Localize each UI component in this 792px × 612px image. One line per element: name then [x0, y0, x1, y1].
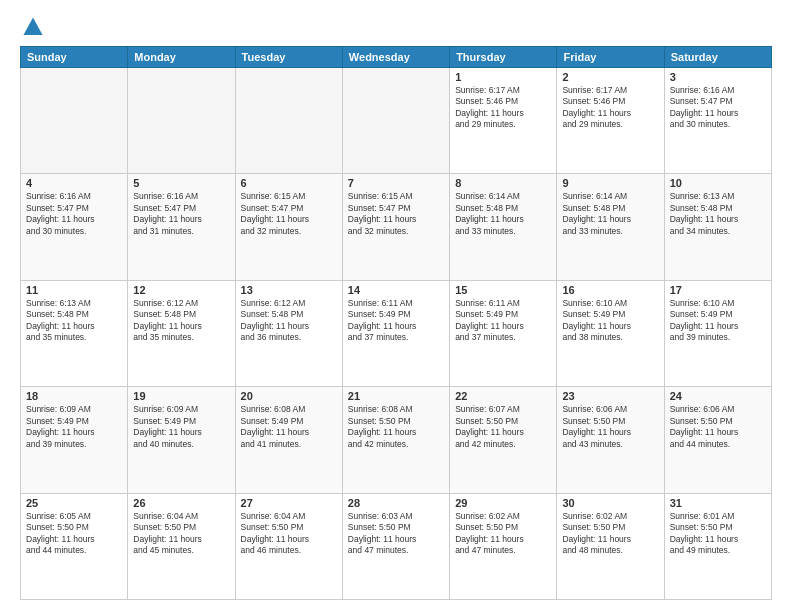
day-number: 28: [348, 497, 444, 509]
cell-info: Sunrise: 6:15 AM Sunset: 5:47 PM Dayligh…: [348, 191, 444, 237]
calendar-cell: [128, 68, 235, 174]
calendar-cell: 4Sunrise: 6:16 AM Sunset: 5:47 PM Daylig…: [21, 174, 128, 280]
day-number: 7: [348, 177, 444, 189]
day-number: 29: [455, 497, 551, 509]
day-number: 31: [670, 497, 766, 509]
calendar-cell: 21Sunrise: 6:08 AM Sunset: 5:50 PM Dayli…: [342, 387, 449, 493]
calendar-cell: 26Sunrise: 6:04 AM Sunset: 5:50 PM Dayli…: [128, 493, 235, 599]
cell-info: Sunrise: 6:17 AM Sunset: 5:46 PM Dayligh…: [455, 85, 551, 131]
calendar-header-wednesday: Wednesday: [342, 47, 449, 68]
calendar-cell: 6Sunrise: 6:15 AM Sunset: 5:47 PM Daylig…: [235, 174, 342, 280]
day-number: 11: [26, 284, 122, 296]
cell-info: Sunrise: 6:04 AM Sunset: 5:50 PM Dayligh…: [241, 511, 337, 557]
cell-info: Sunrise: 6:16 AM Sunset: 5:47 PM Dayligh…: [133, 191, 229, 237]
calendar-cell: 28Sunrise: 6:03 AM Sunset: 5:50 PM Dayli…: [342, 493, 449, 599]
day-number: 10: [670, 177, 766, 189]
logo: [20, 16, 44, 38]
page: SundayMondayTuesdayWednesdayThursdayFrid…: [0, 0, 792, 612]
cell-info: Sunrise: 6:16 AM Sunset: 5:47 PM Dayligh…: [26, 191, 122, 237]
day-number: 15: [455, 284, 551, 296]
calendar-cell: 29Sunrise: 6:02 AM Sunset: 5:50 PM Dayli…: [450, 493, 557, 599]
calendar-cell: 12Sunrise: 6:12 AM Sunset: 5:48 PM Dayli…: [128, 280, 235, 386]
calendar-cell: 19Sunrise: 6:09 AM Sunset: 5:49 PM Dayli…: [128, 387, 235, 493]
cell-info: Sunrise: 6:17 AM Sunset: 5:46 PM Dayligh…: [562, 85, 658, 131]
cell-info: Sunrise: 6:02 AM Sunset: 5:50 PM Dayligh…: [562, 511, 658, 557]
calendar-week-5: 25Sunrise: 6:05 AM Sunset: 5:50 PM Dayli…: [21, 493, 772, 599]
calendar-cell: 22Sunrise: 6:07 AM Sunset: 5:50 PM Dayli…: [450, 387, 557, 493]
cell-info: Sunrise: 6:08 AM Sunset: 5:50 PM Dayligh…: [348, 404, 444, 450]
calendar-cell: 16Sunrise: 6:10 AM Sunset: 5:49 PM Dayli…: [557, 280, 664, 386]
calendar-cell: 27Sunrise: 6:04 AM Sunset: 5:50 PM Dayli…: [235, 493, 342, 599]
cell-info: Sunrise: 6:14 AM Sunset: 5:48 PM Dayligh…: [562, 191, 658, 237]
day-number: 6: [241, 177, 337, 189]
day-number: 27: [241, 497, 337, 509]
day-number: 22: [455, 390, 551, 402]
day-number: 8: [455, 177, 551, 189]
logo-icon: [22, 16, 44, 38]
calendar-cell: [235, 68, 342, 174]
day-number: 4: [26, 177, 122, 189]
calendar-cell: 30Sunrise: 6:02 AM Sunset: 5:50 PM Dayli…: [557, 493, 664, 599]
cell-info: Sunrise: 6:16 AM Sunset: 5:47 PM Dayligh…: [670, 85, 766, 131]
calendar-header-friday: Friday: [557, 47, 664, 68]
day-number: 12: [133, 284, 229, 296]
calendar-cell: 31Sunrise: 6:01 AM Sunset: 5:50 PM Dayli…: [664, 493, 771, 599]
calendar-cell: 8Sunrise: 6:14 AM Sunset: 5:48 PM Daylig…: [450, 174, 557, 280]
cell-info: Sunrise: 6:13 AM Sunset: 5:48 PM Dayligh…: [670, 191, 766, 237]
day-number: 13: [241, 284, 337, 296]
calendar-header-saturday: Saturday: [664, 47, 771, 68]
cell-info: Sunrise: 6:11 AM Sunset: 5:49 PM Dayligh…: [348, 298, 444, 344]
calendar-cell: 9Sunrise: 6:14 AM Sunset: 5:48 PM Daylig…: [557, 174, 664, 280]
calendar-cell: 1Sunrise: 6:17 AM Sunset: 5:46 PM Daylig…: [450, 68, 557, 174]
day-number: 19: [133, 390, 229, 402]
calendar-table: SundayMondayTuesdayWednesdayThursdayFrid…: [20, 46, 772, 600]
cell-info: Sunrise: 6:13 AM Sunset: 5:48 PM Dayligh…: [26, 298, 122, 344]
day-number: 3: [670, 71, 766, 83]
day-number: 20: [241, 390, 337, 402]
cell-info: Sunrise: 6:07 AM Sunset: 5:50 PM Dayligh…: [455, 404, 551, 450]
cell-info: Sunrise: 6:09 AM Sunset: 5:49 PM Dayligh…: [133, 404, 229, 450]
day-number: 26: [133, 497, 229, 509]
calendar-header-row: SundayMondayTuesdayWednesdayThursdayFrid…: [21, 47, 772, 68]
cell-info: Sunrise: 6:12 AM Sunset: 5:48 PM Dayligh…: [133, 298, 229, 344]
day-number: 9: [562, 177, 658, 189]
calendar-cell: [342, 68, 449, 174]
day-number: 1: [455, 71, 551, 83]
calendar-week-3: 11Sunrise: 6:13 AM Sunset: 5:48 PM Dayli…: [21, 280, 772, 386]
cell-info: Sunrise: 6:09 AM Sunset: 5:49 PM Dayligh…: [26, 404, 122, 450]
calendar-week-1: 1Sunrise: 6:17 AM Sunset: 5:46 PM Daylig…: [21, 68, 772, 174]
calendar-cell: 20Sunrise: 6:08 AM Sunset: 5:49 PM Dayli…: [235, 387, 342, 493]
calendar-cell: 3Sunrise: 6:16 AM Sunset: 5:47 PM Daylig…: [664, 68, 771, 174]
cell-info: Sunrise: 6:11 AM Sunset: 5:49 PM Dayligh…: [455, 298, 551, 344]
cell-info: Sunrise: 6:10 AM Sunset: 5:49 PM Dayligh…: [670, 298, 766, 344]
day-number: 25: [26, 497, 122, 509]
cell-info: Sunrise: 6:03 AM Sunset: 5:50 PM Dayligh…: [348, 511, 444, 557]
calendar-cell: 13Sunrise: 6:12 AM Sunset: 5:48 PM Dayli…: [235, 280, 342, 386]
calendar-cell: 2Sunrise: 6:17 AM Sunset: 5:46 PM Daylig…: [557, 68, 664, 174]
cell-info: Sunrise: 6:05 AM Sunset: 5:50 PM Dayligh…: [26, 511, 122, 557]
cell-info: Sunrise: 6:15 AM Sunset: 5:47 PM Dayligh…: [241, 191, 337, 237]
day-number: 18: [26, 390, 122, 402]
cell-info: Sunrise: 6:08 AM Sunset: 5:49 PM Dayligh…: [241, 404, 337, 450]
calendar-cell: 25Sunrise: 6:05 AM Sunset: 5:50 PM Dayli…: [21, 493, 128, 599]
cell-info: Sunrise: 6:02 AM Sunset: 5:50 PM Dayligh…: [455, 511, 551, 557]
calendar-cell: 23Sunrise: 6:06 AM Sunset: 5:50 PM Dayli…: [557, 387, 664, 493]
day-number: 24: [670, 390, 766, 402]
cell-info: Sunrise: 6:12 AM Sunset: 5:48 PM Dayligh…: [241, 298, 337, 344]
day-number: 14: [348, 284, 444, 296]
calendar-cell: 14Sunrise: 6:11 AM Sunset: 5:49 PM Dayli…: [342, 280, 449, 386]
cell-info: Sunrise: 6:14 AM Sunset: 5:48 PM Dayligh…: [455, 191, 551, 237]
calendar-cell: 17Sunrise: 6:10 AM Sunset: 5:49 PM Dayli…: [664, 280, 771, 386]
cell-info: Sunrise: 6:10 AM Sunset: 5:49 PM Dayligh…: [562, 298, 658, 344]
calendar-cell: 15Sunrise: 6:11 AM Sunset: 5:49 PM Dayli…: [450, 280, 557, 386]
day-number: 2: [562, 71, 658, 83]
calendar-cell: 10Sunrise: 6:13 AM Sunset: 5:48 PM Dayli…: [664, 174, 771, 280]
cell-info: Sunrise: 6:06 AM Sunset: 5:50 PM Dayligh…: [562, 404, 658, 450]
day-number: 17: [670, 284, 766, 296]
cell-info: Sunrise: 6:01 AM Sunset: 5:50 PM Dayligh…: [670, 511, 766, 557]
calendar-cell: 18Sunrise: 6:09 AM Sunset: 5:49 PM Dayli…: [21, 387, 128, 493]
calendar-header-thursday: Thursday: [450, 47, 557, 68]
calendar-header-tuesday: Tuesday: [235, 47, 342, 68]
calendar-cell: [21, 68, 128, 174]
day-number: 21: [348, 390, 444, 402]
